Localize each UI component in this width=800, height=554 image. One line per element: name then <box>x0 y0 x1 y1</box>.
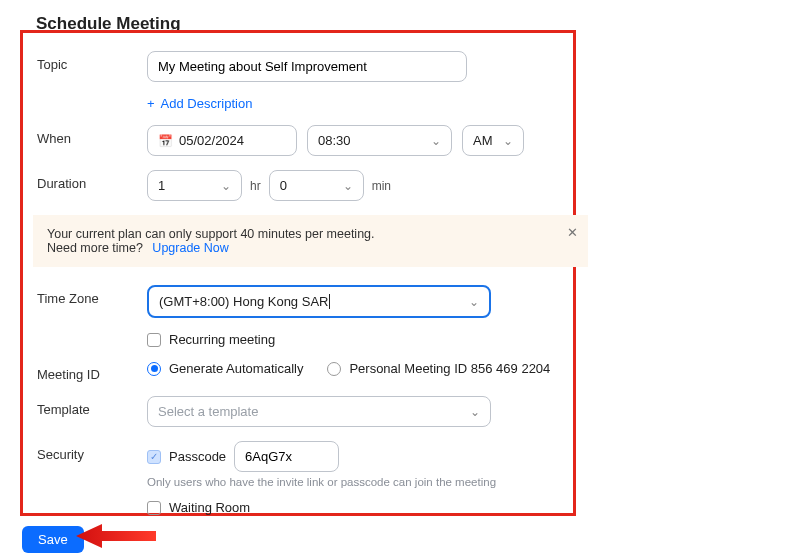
banner-line1: Your current plan can only support 40 mi… <box>47 227 574 241</box>
upgrade-link[interactable]: Upgrade Now <box>152 241 228 255</box>
svg-marker-0 <box>76 524 156 548</box>
template-placeholder: Select a template <box>158 404 258 419</box>
chevron-down-icon: ⌄ <box>469 295 479 309</box>
duration-hours-select[interactable]: 1 ⌄ <box>147 170 242 201</box>
meeting-id-label: Meeting ID <box>37 361 147 382</box>
chevron-down-icon: ⌄ <box>343 179 353 193</box>
date-input[interactable]: 📅 05/02/2024 <box>147 125 297 156</box>
time-select[interactable]: 08:30 ⌄ <box>307 125 452 156</box>
personal-id-radio[interactable] <box>327 362 341 376</box>
timezone-row: Time Zone (GMT+8:00) Hong Kong SAR ⌄ Rec… <box>37 285 557 347</box>
save-button[interactable]: Save <box>22 526 84 553</box>
when-row: When 📅 05/02/2024 08:30 ⌄ AM ⌄ <box>37 125 557 156</box>
personal-id-radio-row[interactable]: Personal Meeting ID 856 469 2204 <box>327 361 550 376</box>
arrow-icon <box>76 522 156 550</box>
topic-input[interactable] <box>147 51 467 82</box>
when-label: When <box>37 125 147 146</box>
chevron-down-icon: ⌄ <box>221 179 231 193</box>
passcode-checkbox-row: Passcode <box>147 441 557 472</box>
close-icon[interactable]: ✕ <box>567 225 578 240</box>
recurring-checkbox[interactable] <box>147 333 161 347</box>
passcode-checkbox <box>147 450 161 464</box>
security-row: Security Passcode Only users who have th… <box>37 441 557 515</box>
waiting-room-checkbox-row[interactable]: Waiting Room <box>147 500 557 515</box>
min-unit: min <box>372 179 391 193</box>
recurring-label: Recurring meeting <box>169 332 275 347</box>
chevron-down-icon: ⌄ <box>503 134 513 148</box>
ampm-select[interactable]: AM ⌄ <box>462 125 524 156</box>
duration-row: Duration 1 ⌄ hr 0 ⌄ min <box>37 170 557 201</box>
duration-label: Duration <box>37 170 147 191</box>
generate-auto-label: Generate Automatically <box>169 361 303 376</box>
waiting-room-checkbox[interactable] <box>147 501 161 515</box>
hr-unit: hr <box>250 179 261 193</box>
recurring-checkbox-row[interactable]: Recurring meeting <box>147 332 557 347</box>
duration-hours-value: 1 <box>158 178 165 193</box>
plan-limit-banner: Your current plan can only support 40 mi… <box>33 215 588 267</box>
topic-label: Topic <box>37 51 147 72</box>
template-row: Template Select a template ⌄ <box>37 396 557 427</box>
chevron-down-icon: ⌄ <box>470 405 480 419</box>
template-label: Template <box>37 396 147 417</box>
meeting-id-row: Meeting ID Generate Automatically Person… <box>37 361 557 382</box>
plus-icon: + <box>147 96 155 111</box>
duration-minutes-value: 0 <box>280 178 287 193</box>
timezone-label: Time Zone <box>37 285 147 306</box>
chevron-down-icon: ⌄ <box>431 134 441 148</box>
duration-minutes-select[interactable]: 0 ⌄ <box>269 170 364 201</box>
topic-row: Topic + Add Description <box>37 51 557 111</box>
generate-auto-radio-row[interactable]: Generate Automatically <box>147 361 303 376</box>
date-value: 05/02/2024 <box>179 133 244 148</box>
passcode-label: Passcode <box>169 449 226 464</box>
security-label: Security <box>37 441 147 462</box>
timezone-value: (GMT+8:00) Hong Kong SAR <box>159 294 330 309</box>
passcode-hint: Only users who have the invite link or p… <box>147 476 557 488</box>
personal-id-label: Personal Meeting ID 856 469 2204 <box>349 361 550 376</box>
banner-line2: Need more time? <box>47 241 143 255</box>
passcode-input[interactable] <box>234 441 339 472</box>
time-value: 08:30 <box>318 133 351 148</box>
generate-auto-radio[interactable] <box>147 362 161 376</box>
ampm-value: AM <box>473 133 493 148</box>
calendar-icon: 📅 <box>158 134 173 148</box>
schedule-form-highlight: Topic + Add Description When 📅 05/02/202… <box>20 30 576 516</box>
page-title: Schedule Meeting <box>0 0 800 34</box>
template-select[interactable]: Select a template ⌄ <box>147 396 491 427</box>
timezone-select[interactable]: (GMT+8:00) Hong Kong SAR ⌄ <box>147 285 491 318</box>
add-description-text: Add Description <box>161 96 253 111</box>
waiting-room-label: Waiting Room <box>169 500 250 515</box>
add-description-link[interactable]: + Add Description <box>147 96 252 111</box>
